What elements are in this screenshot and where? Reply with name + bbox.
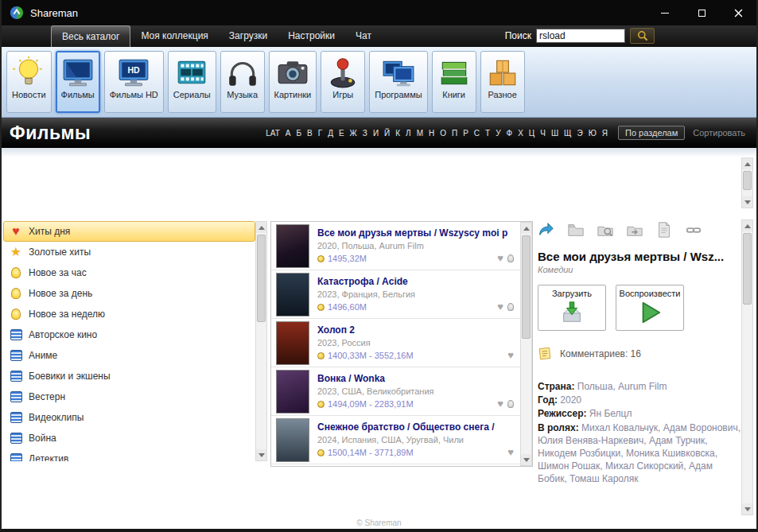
toolbar-button-pictures[interactable]: Картинки <box>269 51 317 113</box>
favorite-heart-icon[interactable]: ♥ <box>507 447 514 457</box>
tab-settings[interactable]: Настройки <box>278 25 345 47</box>
sidebar-category-item[interactable]: Вестерн <box>3 386 255 407</box>
page-scrollbar-top[interactable] <box>741 157 753 208</box>
movie-list-item[interactable]: Катастрофа / Acide 2023, Франция, Бельги… <box>271 270 520 319</box>
alphabet-letter[interactable]: Й <box>383 129 391 138</box>
alphabet-letter[interactable]: Б <box>295 129 302 138</box>
alphabet-letter[interactable]: А <box>285 129 292 138</box>
sidebar-category-item[interactable]: Новое за час <box>3 262 255 283</box>
sidebar-scrollbar[interactable] <box>255 221 267 461</box>
document-icon[interactable] <box>655 221 673 242</box>
toolbar-button-series[interactable]: Сериалы <box>168 51 216 113</box>
sidebar-category-item[interactable]: Авторское кино <box>3 324 255 345</box>
scroll-track[interactable] <box>742 231 752 503</box>
alphabet-letter[interactable]: С <box>473 129 480 138</box>
alphabet-letter[interactable]: Х <box>517 129 524 138</box>
sidebar-category-item[interactable]: Видеоклипы <box>3 407 255 428</box>
alphabet-letter[interactable]: З <box>362 129 368 138</box>
download-button[interactable]: Загрузить <box>538 285 606 331</box>
tab-downloads[interactable]: Загрузки <box>219 25 278 47</box>
movie-list-item[interactable]: Холоп 2 2023, Россия 1400,33M - 3552,16M… <box>271 319 520 367</box>
alphabet-letter[interactable]: У <box>495 129 501 138</box>
toolbar-button-books[interactable]: Книги <box>432 51 476 113</box>
minimize-button[interactable] <box>647 0 683 25</box>
tab-chat[interactable]: Чат <box>345 25 382 47</box>
scroll-track[interactable] <box>256 233 266 449</box>
maximize-button[interactable] <box>683 0 720 25</box>
scroll-down-button[interactable] <box>256 449 266 460</box>
scroll-up-button[interactable] <box>256 222 266 233</box>
folder-icon[interactable] <box>567 221 585 242</box>
movie-list-item[interactable]: Снежное братство / Общество снега / 2024… <box>271 416 520 464</box>
alphabet-letter[interactable]: Ш <box>550 129 559 138</box>
alphabet-letter[interactable]: М <box>416 129 424 138</box>
alphabet-letter[interactable]: Э <box>576 129 583 138</box>
search-button[interactable] <box>630 28 655 44</box>
scroll-up-button[interactable] <box>521 223 531 234</box>
scroll-down-button[interactable] <box>742 196 752 208</box>
play-button[interactable]: Воспроизвести <box>616 285 684 331</box>
folder-search-icon[interactable] <box>597 221 614 242</box>
share-icon[interactable] <box>538 221 555 242</box>
alphabet-letter[interactable]: П <box>451 129 458 138</box>
scroll-up-button[interactable] <box>742 220 752 231</box>
scroll-thumb[interactable] <box>743 233 752 305</box>
alphabet-letter[interactable]: Е <box>338 129 345 138</box>
scroll-down-button[interactable] <box>521 454 531 465</box>
favorite-heart-icon[interactable]: ♥ <box>497 398 503 409</box>
alphabet-letter[interactable]: К <box>395 129 401 138</box>
scroll-down-button[interactable] <box>742 503 752 515</box>
sidebar-category-item[interactable]: Война <box>3 428 255 449</box>
sidebar-category-item[interactable]: Хиты дня <box>3 221 255 242</box>
favorite-heart-icon[interactable]: ♥ <box>497 301 503 312</box>
alphabet-letter[interactable]: Ц <box>528 129 535 138</box>
alphabet-letter[interactable]: Н <box>428 129 435 138</box>
close-button[interactable] <box>720 0 756 25</box>
alphabet-letter[interactable]: Ф <box>506 129 514 138</box>
alphabet-letter[interactable]: Ю <box>588 129 597 138</box>
sidebar-category-item[interactable]: Золотые хиты <box>3 242 255 262</box>
scroll-up-button[interactable] <box>742 158 752 169</box>
alphabet-letter[interactable]: Р <box>462 129 469 138</box>
sidebar-category-item[interactable]: Новое за день <box>3 283 255 304</box>
toolbar-button-movies-hd[interactable]: HD Фильмы HD <box>104 51 164 113</box>
sidebar-category-item[interactable]: Новое за неделю <box>3 304 255 324</box>
scroll-thumb[interactable] <box>522 235 531 339</box>
tab-my-collection[interactable]: Моя коллекция <box>130 25 218 47</box>
sort-button[interactable]: Сортировать <box>693 128 745 138</box>
alphabet-letter[interactable]: Щ <box>563 129 572 138</box>
tab-all-catalog[interactable]: Весь каталог <box>51 25 130 47</box>
favorite-heart-icon[interactable]: ♥ <box>497 253 503 263</box>
sidebar-category-item[interactable]: Боевики и экшены <box>3 366 255 386</box>
toolbar-button-movies[interactable]: Фильмы <box>56 51 100 113</box>
by-sections-button[interactable]: По разделам <box>618 126 685 140</box>
scroll-track[interactable] <box>521 234 531 454</box>
alphabet-letter[interactable]: Т <box>484 129 491 138</box>
alphabet-letter[interactable]: Д <box>327 129 334 138</box>
sidebar-category-item[interactable]: Аниме <box>3 345 255 366</box>
folder-move-icon[interactable] <box>626 221 643 242</box>
alphabet-letter[interactable]: О <box>439 129 447 138</box>
toolbar-button-news[interactable]: Новости <box>6 51 52 113</box>
movie-list-item[interactable]: Вонка / Wonka 2023, США, Великобритания … <box>271 367 520 416</box>
alphabet-letter[interactable]: И <box>372 129 379 138</box>
details-scrollbar[interactable] <box>741 219 753 515</box>
toolbar-button-games[interactable]: Игры <box>321 51 365 113</box>
toolbar-button-programs[interactable]: Программы <box>369 51 427 113</box>
scroll-thumb[interactable] <box>743 171 752 190</box>
comments-row[interactable]: Комментариев: 16 <box>538 346 743 361</box>
favorite-heart-icon[interactable]: ♥ <box>507 350 514 360</box>
toolbar-button-music[interactable]: Музыка <box>220 51 265 113</box>
toolbar-button-misc[interactable]: Разное <box>480 51 525 113</box>
movie-list-item[interactable]: Все мои друзья мертвы / Wszyscy moi p 20… <box>271 222 520 270</box>
alphabet-letter[interactable]: LAT <box>265 129 281 138</box>
alphabet-letter[interactable]: Я <box>601 129 608 138</box>
movie-list-scrollbar[interactable] <box>520 222 532 466</box>
alphabet-letter[interactable]: Ж <box>349 129 358 138</box>
scroll-thumb[interactable] <box>257 235 266 322</box>
sidebar-category-item[interactable]: Детектив <box>3 449 255 461</box>
search-input[interactable] <box>536 29 625 43</box>
alphabet-letter[interactable]: Л <box>405 129 412 138</box>
alphabet-letter[interactable]: Г <box>317 129 323 138</box>
alphabet-letter[interactable]: В <box>306 129 313 138</box>
